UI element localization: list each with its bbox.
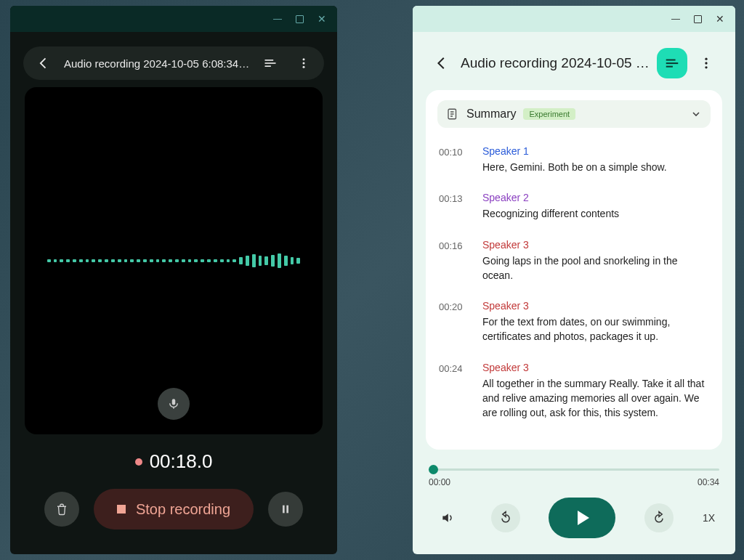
entry-text: Recognizing different contents xyxy=(482,206,709,221)
svg-rect-0 xyxy=(265,60,274,61)
transcript-entry[interactable]: 00:16Speaker 3Going laps in the pool and… xyxy=(437,230,711,292)
recorder-controls: 00:18.0 Stop recording xyxy=(10,434,337,554)
svg-rect-8 xyxy=(666,60,676,61)
more-menu-icon[interactable] xyxy=(693,50,719,76)
window-titlebar xyxy=(10,6,337,32)
recording-indicator-icon xyxy=(135,458,142,466)
entry-text: Here, Gemini. Both be on a simple show. xyxy=(482,160,709,174)
forward-button[interactable] xyxy=(644,503,674,532)
svg-point-12 xyxy=(705,62,707,64)
pause-button[interactable] xyxy=(268,492,303,527)
entry-text: Going laps in the pool and snorkeling in… xyxy=(482,253,709,283)
svg-rect-10 xyxy=(666,66,673,68)
entry-speaker: Speaker 1 xyxy=(482,145,709,157)
entry-time: 00:24 xyxy=(439,362,469,421)
seek-knob[interactable] xyxy=(429,465,438,474)
experiment-badge: Experiment xyxy=(523,108,575,120)
timer: 00:18.0 xyxy=(135,450,213,473)
entry-text: For the text from dates, on our swimming… xyxy=(482,315,709,344)
more-menu-icon[interactable] xyxy=(291,50,317,76)
transcript-entry[interactable]: 00:10Speaker 1Here, Gemini. Both be on a… xyxy=(437,137,711,183)
waveform xyxy=(47,246,301,275)
seek-bar[interactable] xyxy=(429,463,719,476)
transcript-toggle-icon[interactable] xyxy=(257,50,283,76)
transcript-entry[interactable]: 00:13Speaker 2Recognizing different cont… xyxy=(437,183,711,230)
entry-time: 00:20 xyxy=(439,300,469,344)
play-icon xyxy=(578,511,589,525)
svg-rect-9 xyxy=(666,62,679,64)
entry-speaker: Speaker 2 xyxy=(482,192,709,203)
entry-time: 00:16 xyxy=(439,239,469,283)
waveform-area xyxy=(25,87,323,434)
entry-time: 00:10 xyxy=(439,145,469,174)
entry-speaker: Speaker 3 xyxy=(482,300,709,312)
window-titlebar xyxy=(413,6,735,32)
svg-rect-6 xyxy=(283,506,285,514)
seek-track xyxy=(429,468,719,471)
maximize-icon[interactable] xyxy=(694,15,702,23)
back-button[interactable] xyxy=(429,50,455,76)
summary-row[interactable]: Summary Experiment xyxy=(437,100,711,128)
transcript-toggle-button[interactable] xyxy=(657,48,687,78)
stop-label: Stop recording xyxy=(136,501,230,518)
recording-header: Audio recording 2024-10-05 6:08:34 PM xyxy=(23,46,324,80)
entry-speaker: Speaker 3 xyxy=(482,239,709,251)
chevron-down-icon xyxy=(690,108,702,120)
timer-value: 00:18.0 xyxy=(150,450,213,473)
svg-point-13 xyxy=(705,66,707,68)
stop-recording-button[interactable]: Stop recording xyxy=(94,489,254,529)
volume-button[interactable] xyxy=(433,503,462,532)
transcript-header: Audio recording 2024-10-05 6:08:3… xyxy=(426,45,722,90)
transcript-entries: 00:10Speaker 1Here, Gemini. Both be on a… xyxy=(437,137,711,429)
entry-text: All together in the summary Really. Take… xyxy=(482,376,709,421)
minimize-icon[interactable] xyxy=(671,14,681,24)
svg-point-3 xyxy=(303,58,305,60)
recorder-window: Audio recording 2024-10-05 6:08:34 PM 00… xyxy=(10,6,337,554)
stop-icon xyxy=(117,505,126,514)
entry-time: 00:13 xyxy=(439,192,469,221)
close-icon[interactable] xyxy=(317,14,327,24)
delete-button[interactable] xyxy=(44,492,79,527)
mic-button[interactable] xyxy=(158,388,190,420)
svg-point-5 xyxy=(303,66,305,68)
summary-icon xyxy=(446,107,459,121)
transcript-entry[interactable]: 00:24Speaker 3All together in the summar… xyxy=(437,353,711,429)
playback-controls: 00:00 00:34 1X xyxy=(426,450,722,544)
svg-point-4 xyxy=(303,62,305,65)
svg-rect-2 xyxy=(265,65,271,67)
playback-speed-button[interactable]: 1X xyxy=(703,512,715,524)
transcript-window: Audio recording 2024-10-05 6:08:3… Summa… xyxy=(413,6,735,554)
transcript-entry[interactable]: 00:20Speaker 3For the text from dates, o… xyxy=(437,291,711,353)
rewind-button[interactable] xyxy=(491,503,520,532)
back-button[interactable] xyxy=(31,50,57,76)
recording-title: Audio recording 2024-10-05 6:08:3… xyxy=(461,55,651,71)
recording-title: Audio recording 2024-10-05 6:08:34 PM xyxy=(64,57,250,70)
close-icon[interactable] xyxy=(715,14,725,24)
svg-point-11 xyxy=(705,58,707,60)
maximize-icon[interactable] xyxy=(296,15,304,23)
svg-rect-1 xyxy=(265,62,276,64)
duration: 00:34 xyxy=(698,477,719,487)
transcript-card: Summary Experiment 00:10Speaker 1Here, G… xyxy=(426,90,722,450)
summary-label: Summary xyxy=(466,107,516,121)
current-time: 00:00 xyxy=(429,477,450,487)
svg-rect-7 xyxy=(286,506,288,514)
play-button[interactable] xyxy=(549,498,615,538)
entry-speaker: Speaker 3 xyxy=(482,362,709,373)
minimize-icon[interactable] xyxy=(272,14,283,24)
